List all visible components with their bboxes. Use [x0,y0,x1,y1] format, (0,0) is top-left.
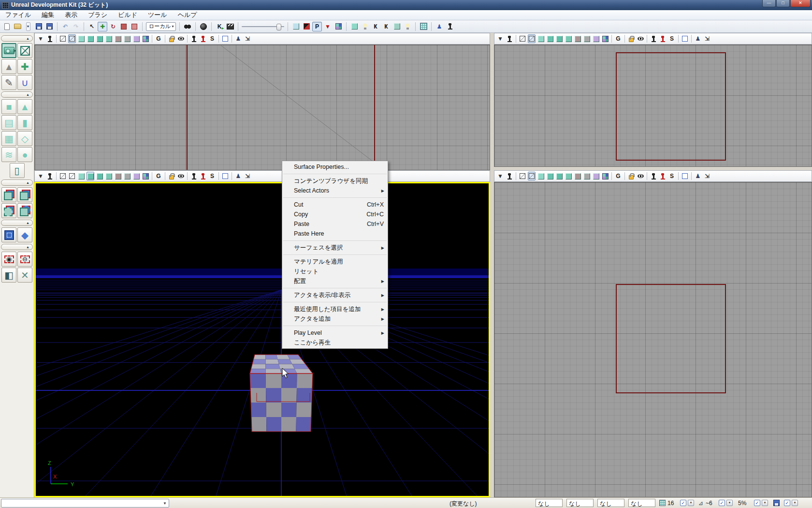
desk-user-button[interactable]: ♟ [435,22,444,31]
save-all-button[interactable] [44,22,54,31]
maximize-button[interactable]: □ [776,0,790,7]
context-item-show-hide-actors[interactable]: アクタを表示/非表示▶ [282,290,388,300]
context-item-play-level[interactable]: Play Level▶ [282,328,388,338]
tl-game-view-toggle[interactable]: G [155,34,162,43]
tl-lightmap-density-mode-icon[interactable] [142,34,149,43]
staircase-brush-button[interactable]: ▦ [1,131,16,146]
geometry-mode-button[interactable] [17,43,32,58]
curved-staircase-brush-button[interactable]: ▤ [1,115,16,130]
tr-unlit-mode-icon[interactable] [537,34,545,43]
bl-texture-density-mode-icon[interactable] [132,172,140,180]
redo-button[interactable]: ↷ [71,22,81,31]
bulb-move-button[interactable] [403,22,412,31]
tl-lighting-only-mode-icon[interactable] [105,34,113,43]
terrain-mode-button[interactable]: ▲ [1,59,16,74]
bl-show-flags-eye-icon[interactable] [177,172,185,180]
tr-realtime-toggle-icon[interactable] [506,34,513,43]
scale-snap-dropdown[interactable]: ▼ [762,500,768,506]
tl-camera-lock-icon[interactable] [190,34,198,43]
context-item-select-actors[interactable]: Select Actors▶ [282,186,388,195]
context-item-add-actor[interactable]: アクタを追加▶ [282,314,388,324]
bl-lightmap-density-mode-icon[interactable] [142,172,149,180]
tl-viewport-lock-icon[interactable] [168,34,175,43]
sphere-brush-button[interactable]: ● [17,147,32,162]
tr-unreal-frame-icon[interactable] [681,34,689,43]
csg-add-button[interactable] [1,187,16,202]
bl-game-view-toggle[interactable]: G [155,172,162,180]
search-actors-button[interactable] [183,22,192,31]
rotate-tool-button[interactable]: ↻ [108,22,118,31]
tr-actor-lock-icon[interactable] [659,34,667,43]
csg-subtract-button[interactable] [17,187,32,202]
grid-snap-dropdown[interactable]: ▼ [688,500,694,506]
context-item-cut[interactable]: CutCtrl+X [282,200,388,209]
tr-detail-lighting-mode-icon[interactable] [555,34,563,43]
show-all-button[interactable]: ✕ [17,268,32,283]
tr-squint-mode-icon[interactable]: S [668,34,676,43]
publish-button[interactable]: P [312,22,322,31]
select-tool-button[interactable]: ↖ [87,22,97,31]
close-button[interactable]: ✕ [790,0,811,7]
br-lighting-only-mode-icon[interactable] [565,172,572,180]
csg-deintersect-button[interactable] [17,203,32,218]
tr-camera-lock-icon[interactable] [650,34,657,43]
bl-unreal-frame-icon[interactable] [221,172,229,180]
bl-viewport-lock-icon[interactable] [168,172,175,180]
br-wireframe-mode-icon[interactable] [528,172,536,180]
tl-wireframe-mode-icon[interactable] [68,34,76,43]
bl-lit-mode-icon[interactable] [87,172,94,180]
invert-selection-button[interactable]: ◧ [1,268,16,283]
palette-group-collapse-2[interactable]: ▲ [1,179,33,186]
cylinder-brush-button[interactable]: ▮ [17,115,32,130]
bl-player-start-icon[interactable]: ♟ [234,172,242,180]
br-lightmap-density-mode-icon[interactable] [601,172,609,180]
tr-shader-complexity-mode-icon[interactable] [583,34,591,43]
light-bulb-button[interactable] [360,22,370,31]
minimize-button[interactable]: — [762,0,776,7]
tr-brush-wireframe-mode-icon[interactable] [519,34,526,43]
brush-grid-button[interactable] [419,22,428,31]
br-shader-complexity-mode-icon[interactable] [583,172,591,180]
spiral-staircase-brush-button[interactable]: ≋ [1,147,16,162]
face-select-button[interactable] [392,22,402,31]
tl-light-complexity-mode-icon[interactable] [114,34,122,43]
tl-detail-lighting-mode-icon[interactable] [96,34,103,43]
palette-group-collapse-0[interactable]: ▲ [1,35,33,42]
content-browser-button[interactable] [291,22,301,31]
br-maximize-viewport-icon[interactable]: ⇲ [703,172,711,180]
translate-tool-button[interactable]: ✚ [98,22,107,31]
tl-maximize-viewport-icon[interactable]: ⇲ [244,34,251,43]
autosave-checkbox[interactable]: ✓ [784,500,790,506]
tr-viewport-options-dropdown[interactable]: ▼ [496,34,504,43]
br-unlit-mode-icon[interactable] [537,172,545,180]
bl-maximize-viewport-icon[interactable]: ⇲ [244,172,251,180]
tr-viewport-lock-icon[interactable] [627,34,635,43]
actor-class-combobox[interactable]: ▼ [1,499,169,508]
tr-lit-mode-icon[interactable] [546,34,554,43]
csg-intersect-button[interactable] [1,203,16,218]
br-game-view-toggle[interactable]: G [614,172,622,180]
palette-group-collapse-3[interactable]: ▲ [1,220,33,226]
autosave-icon[interactable] [773,500,780,506]
context-item-paste-here[interactable]: Paste Here [282,229,388,239]
coordinate-system-select[interactable]: ローカル▼ [145,22,176,31]
open-matinee-button[interactable] [225,22,235,31]
tl-shader-complexity-mode-icon[interactable] [123,34,131,43]
texture-stats-button[interactable] [334,22,343,31]
br-camera-lock-icon[interactable] [650,172,657,180]
viewport-perspective[interactable]: ZXY [34,182,490,497]
context-item-reset[interactable]: リセット [282,267,388,276]
tl-viewport-options-dropdown[interactable]: ▼ [37,34,44,43]
rotation-snap-dropdown[interactable]: ▼ [726,500,733,506]
udk-fullscreen-button[interactable] [199,22,208,31]
tr-maximize-viewport-icon[interactable]: ⇲ [703,34,711,43]
viewport-side-ortho[interactable] [494,182,812,497]
viewport-front-ortho[interactable] [494,45,812,167]
tr-game-view-toggle[interactable]: G [614,34,622,43]
add-volume-button[interactable]: ◆ [17,227,32,242]
tl-show-flags-eye-icon[interactable] [177,34,185,43]
bl-unlit-mode-icon[interactable] [77,172,85,180]
tr-show-flags-eye-icon[interactable] [637,34,644,43]
tl-realtime-toggle-icon[interactable] [46,34,54,43]
open-kismet-button[interactable]: K [215,22,224,31]
